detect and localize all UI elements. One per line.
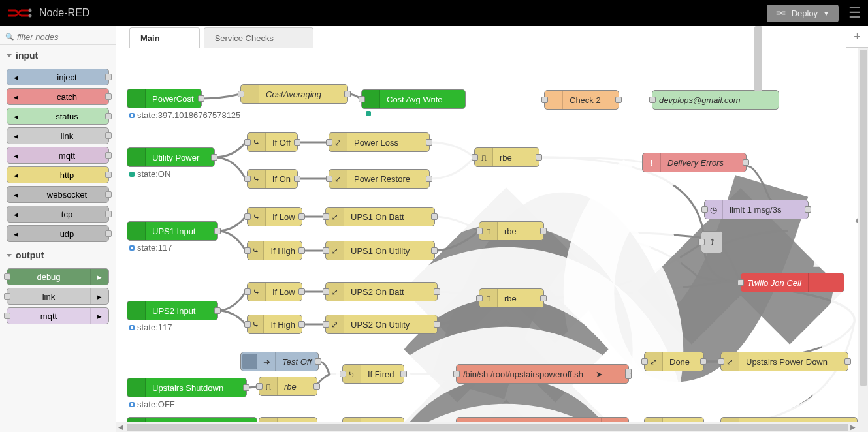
node-ups1-util[interactable]: ⤢UPS1 On Utility xyxy=(325,241,435,260)
palette-node-mqtt[interactable]: ◂mqtt xyxy=(7,147,109,164)
palette-node-catch[interactable]: ◂catch xyxy=(7,88,109,105)
node-twilio[interactable]: Twilio Jon Cell xyxy=(740,273,844,292)
net-icon: ◂ xyxy=(7,206,25,222)
palette-node-tcp[interactable]: ◂tcp xyxy=(7,206,109,223)
tab-service-checks[interactable]: Service Checks xyxy=(204,27,313,48)
app-title: Node-RED xyxy=(39,7,767,19)
link-icon: ◂ xyxy=(7,128,25,144)
node-if-high-1[interactable]: ⤷If High xyxy=(247,241,302,260)
wifi-icon: ▸ xyxy=(90,308,108,324)
app-logo xyxy=(7,7,33,20)
node-limit[interactable]: ◷limit 1 msg/3s xyxy=(704,200,809,219)
svg-point-1 xyxy=(29,14,32,18)
palette-node-mqtt[interactable]: mqtt▸ xyxy=(7,307,109,324)
node-rbe-3[interactable]: ⎍rbe xyxy=(479,288,544,308)
node-rbe-5[interactable]: ⎍rbe xyxy=(259,417,317,422)
node-ups1-batt[interactable]: ⤢UPS1 On Batt xyxy=(325,207,435,226)
palette-node-websocket[interactable]: ◂websocket xyxy=(7,186,109,203)
alert-icon: ! xyxy=(643,153,661,172)
node-upstairs-shutdown[interactable]: Upstairs Shutdown xyxy=(127,378,247,397)
tab-main[interactable]: Main xyxy=(129,27,200,48)
node-email[interactable]: devplops@gmail.com xyxy=(652,90,779,110)
node-costavgwrite[interactable]: Cost Avg Write xyxy=(361,89,466,109)
filter-input[interactable] xyxy=(17,32,110,42)
net-icon: ◂ xyxy=(7,226,25,241)
palette-label: mqtt xyxy=(25,151,108,161)
palette-category-output[interactable]: output xyxy=(0,245,116,266)
palette-category-input[interactable]: input xyxy=(0,45,116,66)
node-check2[interactable]: f Check 2 xyxy=(544,90,619,110)
node-downstairs-power-down[interactable]: ⤢Downstairs Power Down xyxy=(720,417,858,422)
globe-icon: ◂ xyxy=(7,187,25,202)
node-ups2-input[interactable]: UPS2 Input xyxy=(127,301,218,320)
svg-point-0 xyxy=(29,9,32,12)
node-rbe-2[interactable]: ⎍rbe xyxy=(479,221,544,241)
alert-icon: ◂ xyxy=(7,108,25,124)
palette-node-debug[interactable]: debug▸ xyxy=(7,268,109,285)
palette-node-link[interactable]: link▸ xyxy=(7,288,109,305)
sidebar-scrollbar[interactable] xyxy=(754,26,762,91)
node-exec-2[interactable]: /bin/sh /root/downstairspoweroff.sh➤ xyxy=(456,417,629,422)
flow-canvas[interactable]: PowerCost state:397.10186767578125 CostA… xyxy=(116,48,868,422)
node-ups2-status: state:117 xyxy=(129,322,172,332)
node-if-fired-2[interactable]: ⤷If Fired xyxy=(342,417,404,422)
node-link-out[interactable]: ⤴ xyxy=(701,231,723,253)
node-if-fired-1[interactable]: ⤷If Fired xyxy=(342,364,404,384)
palette-node-inject[interactable]: ◂inject xyxy=(7,69,109,85)
palette-node-http[interactable]: ◂http xyxy=(7,166,109,183)
node-utility-status: state:ON xyxy=(129,169,170,179)
app-header: Node-RED Deploy ▼ ☰ xyxy=(0,0,868,26)
email-icon xyxy=(747,91,765,109)
node-if-low-2[interactable]: ⤷If Low xyxy=(247,282,302,301)
exec-icon: ➤ xyxy=(590,365,608,383)
palette-node-link[interactable]: ◂link xyxy=(7,127,109,144)
node-done-2[interactable]: ⤢Done xyxy=(644,417,704,422)
node-costavgwrite-status xyxy=(366,111,371,116)
palette-label: link xyxy=(7,292,90,301)
menu-button[interactable]: ☰ xyxy=(848,5,861,22)
home-assistant-icon xyxy=(127,89,146,108)
search-icon: 🔍 xyxy=(5,33,14,41)
palette-label: websocket xyxy=(25,190,108,200)
node-delivery-errors[interactable]: !Delivery Errors xyxy=(642,153,747,172)
node-ups1-status: state:117 xyxy=(129,243,172,253)
node-powercost[interactable]: PowerCost xyxy=(127,89,202,108)
palette-label: link xyxy=(25,131,108,141)
node-costaveraging[interactable]: CostAveraging xyxy=(240,84,348,104)
node-if-on[interactable]: ⤷If On xyxy=(247,169,298,189)
node-rbe-4[interactable]: ⎍rbe xyxy=(259,377,317,396)
node-ups2-batt[interactable]: ⤢UPS2 On Batt xyxy=(325,282,438,301)
node-power-loss[interactable]: ⤢Power Loss xyxy=(329,132,430,152)
node-ups2-util[interactable]: ⤢UPS2 On Utility xyxy=(325,315,438,334)
horizontal-scrollbar[interactable]: ◀▶ xyxy=(116,422,868,432)
node-if-high-2[interactable]: ⤷If High xyxy=(247,315,302,334)
vertical-scrollbar[interactable] xyxy=(858,48,868,422)
node-downstairs-shutdown[interactable]: Downstairs Shutdown xyxy=(127,417,257,422)
alert-icon: ◂ xyxy=(7,89,25,104)
palette-label: catch xyxy=(25,92,108,102)
node-exec-1[interactable]: /bin/sh /root/upstairspoweroff.sh➤ xyxy=(456,364,629,384)
palette-label: http xyxy=(25,170,108,180)
node-rbe-1[interactable]: ⎍rbe xyxy=(474,147,539,167)
deploy-button[interactable]: Deploy ▼ xyxy=(767,5,839,22)
node-upstairs-power-down[interactable]: ⤢Upstairs Power Down xyxy=(720,352,848,371)
arrow-in-icon: ➜ xyxy=(259,352,276,371)
node-utility-power[interactable]: Utility Power xyxy=(127,147,215,167)
palette-label: status xyxy=(25,112,108,121)
palette-node-udp[interactable]: ◂udp xyxy=(7,225,109,242)
node-power-restore[interactable]: ⤢Power Restore xyxy=(329,169,430,189)
link-icon: ▸ xyxy=(90,288,108,304)
globe-icon: ◂ xyxy=(7,167,25,183)
inject-button[interactable] xyxy=(242,354,257,369)
node-ups1-input[interactable]: UPS1 Input xyxy=(127,221,218,241)
node-test-off[interactable]: ➜Test Off xyxy=(240,352,319,371)
palette-label: udp xyxy=(25,229,108,239)
node-if-off[interactable]: ⤷If Off xyxy=(247,132,298,152)
node-if-low-1[interactable]: ⤷If Low xyxy=(247,207,302,226)
home-assistant-icon xyxy=(127,148,146,166)
palette-node-status[interactable]: ◂status xyxy=(7,108,109,125)
palette-label: mqtt xyxy=(7,311,90,321)
node-done-1[interactable]: ⤢Done xyxy=(644,352,704,371)
add-tab-button[interactable]: + xyxy=(846,26,868,48)
deploy-icon xyxy=(776,10,786,16)
